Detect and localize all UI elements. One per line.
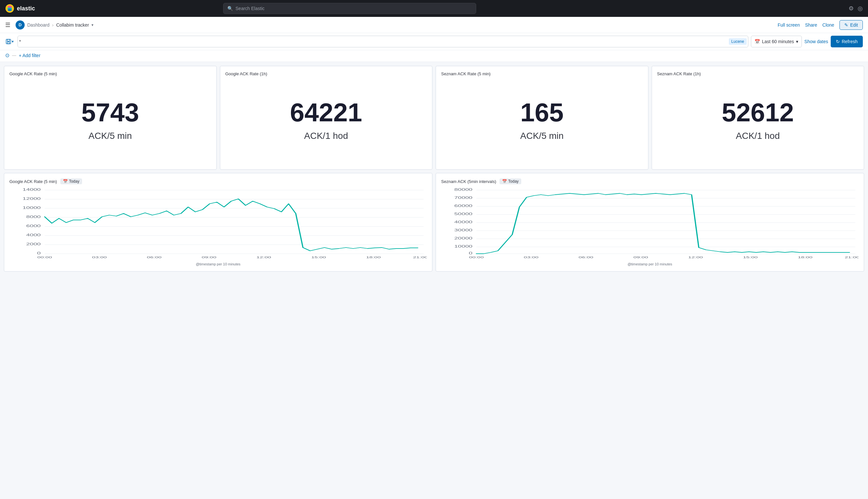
svg-text:12:00: 12:00 <box>257 256 271 259</box>
svg-text:12000: 12000 <box>23 197 41 200</box>
metric-row: Google ACK Rate (5 min) 5743 ACK/5 min G… <box>4 66 864 170</box>
query-input[interactable] <box>18 39 729 44</box>
metric-value-wrap-1: 64221 ACK/1 hod <box>225 76 427 164</box>
lucene-badge[interactable]: Lucene <box>729 38 747 45</box>
svg-text:6000: 6000 <box>26 224 41 228</box>
svg-text:12:00: 12:00 <box>688 256 703 259</box>
edit-button[interactable]: ✎ Edit <box>840 20 863 30</box>
filter-icon[interactable]: ⊙ <box>5 52 9 58</box>
svg-text:4000: 4000 <box>26 233 41 237</box>
svg-text:09:00: 09:00 <box>202 256 216 259</box>
elastic-logo-icon <box>5 4 14 13</box>
nav-icons: ⚙ ◎ <box>848 5 863 12</box>
calendar-icon-seznam: 📅 <box>502 179 507 184</box>
metric-title-3: Seznam ACK Rate (1h) <box>657 71 859 76</box>
time-dropdown-icon: ▾ <box>796 39 798 44</box>
svg-point-3 <box>8 9 12 11</box>
metric-title-0: Google ACK Rate (5 min) <box>9 71 211 76</box>
refresh-label: Refresh <box>842 39 858 44</box>
metric-label-2: ACK/5 min <box>520 131 564 141</box>
svg-text:00:00: 00:00 <box>37 256 52 259</box>
svg-text:18:00: 18:00 <box>798 256 812 259</box>
metric-value-1: 64221 <box>290 100 362 125</box>
metric-value-wrap-2: 165 ACK/5 min <box>441 76 643 164</box>
elastic-logo[interactable]: elastic <box>5 4 35 13</box>
breadcrumb-current: Collabim tracker <box>56 22 89 27</box>
metric-card-google-5min: Google ACK Rate (5 min) 5743 ACK/5 min <box>4 66 217 170</box>
metric-value-3: 52612 <box>722 100 794 125</box>
user-menu-icon[interactable]: ◎ <box>858 5 863 12</box>
svg-text:21:00: 21:00 <box>413 256 427 259</box>
svg-rect-5 <box>8 42 9 44</box>
refresh-button[interactable]: ↻ Refresh <box>831 36 863 47</box>
svg-text:70000: 70000 <box>455 196 473 199</box>
svg-text:60000: 60000 <box>455 204 473 208</box>
search-icon: 🔍 <box>227 6 233 11</box>
show-dates-button[interactable]: Show dates <box>804 39 828 44</box>
metric-value-2: 165 <box>520 100 563 125</box>
chart-header-seznam: Seznam ACK (5min intervals) 📅 Today <box>441 179 859 184</box>
chart-seznam-svg: 80000 70000 60000 50000 40000 30000 2000… <box>441 187 859 259</box>
calendar-icon-google: 📅 <box>63 179 68 184</box>
search-placeholder: Search Elastic <box>235 6 264 11</box>
filter-separator: — <box>12 53 16 58</box>
add-filter-link[interactable]: + Add filter <box>19 53 40 58</box>
svg-text:0: 0 <box>469 252 472 255</box>
svg-text:80000: 80000 <box>455 188 473 192</box>
top-navigation: elastic 🔍 Search Elastic ⚙ ◎ <box>0 0 868 17</box>
breadcrumb-dropdown-icon[interactable]: ▾ <box>91 23 94 27</box>
chart-card-google: Google ACK Rate (5 min) 📅 Today 14000 12… <box>4 173 432 271</box>
chart-title-seznam: Seznam ACK (5min intervals) <box>441 179 496 184</box>
metric-label-1: ACK/1 hod <box>304 131 348 141</box>
metric-card-seznam-1h: Seznam ACK Rate (1h) 52612 ACK/1 hod <box>652 66 865 170</box>
save-query-icon[interactable]: ▾ <box>5 38 14 45</box>
refresh-icon: ↻ <box>836 39 840 44</box>
add-filter-bar: ⊙ — + Add filter <box>0 50 868 62</box>
metric-value-0: 5743 <box>82 100 139 125</box>
svg-text:20000: 20000 <box>455 236 473 240</box>
save-dropdown-icon[interactable]: ▾ <box>12 39 14 44</box>
pencil-icon: ✎ <box>844 22 848 27</box>
chart-card-seznam: Seznam ACK (5min intervals) 📅 Today 8000… <box>436 173 864 271</box>
svg-text:40000: 40000 <box>455 220 473 224</box>
svg-text:15:00: 15:00 <box>311 256 326 259</box>
query-input-wrap[interactable]: Lucene <box>17 36 748 47</box>
today-label-seznam: Today <box>508 179 519 184</box>
time-label: Last 60 minutes <box>762 39 794 44</box>
today-badge-seznam[interactable]: 📅 Today <box>499 179 521 184</box>
svg-text:14000: 14000 <box>23 188 41 192</box>
breadcrumb-bar: ☰ D Dashboard › Collabim tracker ▾ Full … <box>0 17 868 33</box>
time-picker[interactable]: 📅 Last 60 minutes ▾ <box>751 36 802 47</box>
today-badge-google[interactable]: 📅 Today <box>60 179 82 184</box>
chart-footer-seznam: @timestamp per 10 minutes <box>441 262 859 266</box>
global-search-bar[interactable]: 🔍 Search Elastic <box>223 3 476 14</box>
chart-row: Google ACK Rate (5 min) 📅 Today 14000 12… <box>4 173 864 271</box>
fullscreen-link[interactable]: Full screen <box>778 22 799 27</box>
chart-title-google: Google ACK Rate (5 min) <box>9 179 57 184</box>
top-actions: Full screen Share Clone ✎ Edit <box>778 20 863 30</box>
today-label-google: Today <box>69 179 79 184</box>
svg-text:00:00: 00:00 <box>469 256 484 259</box>
chart-google-svg: 14000 12000 10000 8000 6000 4000 2000 0 … <box>9 187 427 259</box>
metric-value-wrap-3: 52612 ACK/1 hod <box>657 76 859 164</box>
svg-text:06:00: 06:00 <box>147 256 162 259</box>
filter-bar: ▾ Lucene 📅 Last 60 minutes ▾ Show dates … <box>0 33 868 50</box>
svg-text:06:00: 06:00 <box>579 256 593 259</box>
svg-text:2000: 2000 <box>26 242 41 246</box>
clone-link[interactable]: Clone <box>822 22 834 27</box>
svg-text:18:00: 18:00 <box>366 256 381 259</box>
metric-card-google-1h: Google ACK Rate (1h) 64221 ACK/1 hod <box>220 66 433 170</box>
breadcrumb-separator: › <box>52 22 54 27</box>
calendar-icon: 📅 <box>755 39 760 44</box>
svg-text:30000: 30000 <box>455 228 473 232</box>
metric-title-2: Seznam ACK Rate (5 min) <box>441 71 643 76</box>
share-link[interactable]: Share <box>805 22 817 27</box>
menu-toggle-icon[interactable]: ☰ <box>5 21 10 28</box>
svg-text:03:00: 03:00 <box>524 256 538 259</box>
settings-icon[interactable]: ⚙ <box>848 5 854 12</box>
metric-card-seznam-5min: Seznam ACK Rate (5 min) 165 ACK/5 min <box>436 66 648 170</box>
svg-text:21:00: 21:00 <box>845 256 859 259</box>
breadcrumb-dashboard[interactable]: Dashboard <box>27 22 50 27</box>
metric-label-0: ACK/5 min <box>89 131 132 141</box>
metric-title-1: Google ACK Rate (1h) <box>225 71 427 76</box>
